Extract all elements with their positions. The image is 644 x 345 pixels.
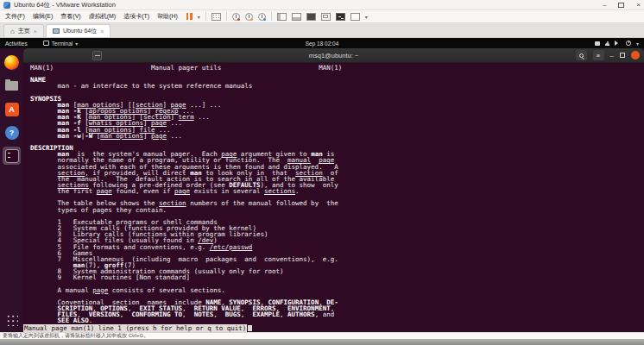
app-menu-caret-icon: ▾ bbox=[75, 41, 78, 47]
vm-screen-icon bbox=[53, 28, 60, 34]
dock-item-software[interactable]: A bbox=[3, 100, 21, 118]
terminal-minimize-button[interactable]: – bbox=[610, 52, 614, 60]
accessibility-icon[interactable] bbox=[605, 41, 609, 46]
terminal-cursor bbox=[248, 325, 252, 331]
menu-button[interactable]: ≡ bbox=[593, 50, 604, 60]
dock: A? bbox=[0, 48, 23, 332]
vmware-toolbar: ▾ ▾ bbox=[186, 12, 368, 21]
home-icon: ⌂ bbox=[10, 28, 15, 35]
toolbar-separator bbox=[271, 12, 272, 21]
gnome-top-bar: Sep 18 02:04 Activities Terminal ▾ ▾ bbox=[0, 38, 644, 48]
menu-item-2[interactable]: 查看(V) bbox=[60, 12, 80, 21]
pager-status-text: Manual page man(1) line 1 (press h for h… bbox=[23, 324, 247, 332]
pager-status-line: Manual page man(1) line 1 (press h for h… bbox=[23, 325, 252, 332]
tab-strip: ⌂主页×Ubuntu 64位× bbox=[0, 23, 644, 38]
console-view-button[interactable] bbox=[306, 13, 316, 21]
terminal-headerbar[interactable]: msq1@ubuntu: ~ ≡ – bbox=[23, 48, 644, 63]
toolbar-separator bbox=[226, 12, 227, 21]
window-close-button[interactable]: × bbox=[636, 1, 641, 9]
terminal-body[interactable]: MAN(1) Manual pager utils MAN(1) NAME ma… bbox=[23, 63, 644, 332]
app-menu-label: Terminal bbox=[52, 41, 73, 47]
menu-item-5[interactable]: 帮助(H) bbox=[157, 12, 178, 21]
tab-close-icon[interactable]: × bbox=[100, 28, 104, 34]
manage-snapshots-button[interactable] bbox=[258, 13, 266, 21]
tab-label: Ubuntu 64位 bbox=[63, 27, 97, 35]
fit-guest-button[interactable] bbox=[350, 13, 360, 21]
new-tab-button[interactable] bbox=[92, 51, 102, 60]
terminal-app-icon bbox=[43, 41, 49, 46]
menu-items: 文件(F)编辑(E)查看(V)虚拟机(M)选项卡(T)帮助(H) bbox=[5, 12, 178, 21]
show-thumbnail-bar-button[interactable] bbox=[292, 13, 301, 21]
tab-ubuntu-64[interactable]: Ubuntu 64位× bbox=[46, 24, 110, 37]
menu-item-0[interactable]: 文件(F) bbox=[5, 12, 25, 21]
hamburger-icon: ≡ bbox=[597, 52, 600, 60]
vmware-titlebar: Ubuntu 64位 - VMware Workstation – × bbox=[0, 0, 644, 10]
dock-item-firefox[interactable] bbox=[3, 53, 21, 72]
tab-label: 主页 bbox=[18, 27, 30, 35]
terminal-app-icon bbox=[5, 149, 19, 163]
dock-item-show-apps[interactable] bbox=[3, 310, 21, 329]
vmware-logo-icon bbox=[3, 2, 10, 9]
power-dropdown-icon[interactable]: ▾ bbox=[198, 14, 200, 20]
send-ctrl-alt-del-button[interactable] bbox=[212, 13, 221, 21]
terminal-output[interactable]: MAN(1) Manual pager utils MAN(1) NAME ma… bbox=[23, 63, 644, 324]
terminal-title: msq1@ubuntu: ~ bbox=[23, 52, 644, 60]
help-icon: ? bbox=[5, 126, 19, 140]
show-library-button[interactable] bbox=[277, 13, 287, 21]
revert-snapshot-button[interactable] bbox=[245, 13, 253, 21]
dock-item-files[interactable] bbox=[3, 77, 21, 95]
host-desktop-strip bbox=[0, 339, 644, 345]
terminal-maximize-button[interactable] bbox=[620, 53, 625, 58]
vmware-statusbar: 要将输入定向到该虚拟机，请将鼠标指针移入其中或按 Ctrl+G。 bbox=[0, 332, 644, 339]
tab-home[interactable]: ⌂主页× bbox=[3, 24, 44, 37]
vmware-window: Ubuntu 64位 - VMware Workstation – × 文件(F… bbox=[0, 0, 644, 345]
show-apps-icon bbox=[5, 313, 18, 326]
activities-button[interactable]: Activities bbox=[5, 41, 28, 47]
fullscreen-button[interactable] bbox=[321, 13, 331, 21]
software-icon: A bbox=[5, 103, 19, 116]
fit-guest-dropdown-icon[interactable]: ▾ bbox=[365, 14, 368, 20]
window-title: Ubuntu 64位 - VMware Workstation bbox=[14, 1, 116, 9]
guest-screen: Sep 18 02:04 Activities Terminal ▾ ▾ A? … bbox=[0, 38, 644, 332]
dock-item-terminal-app[interactable] bbox=[3, 147, 21, 165]
firefox-icon bbox=[4, 55, 19, 70]
input-source-icon[interactable] bbox=[595, 41, 600, 46]
app-menu[interactable]: Terminal ▾ bbox=[43, 41, 79, 47]
window-minimize-button[interactable]: – bbox=[603, 1, 606, 9]
tab-close-icon[interactable]: × bbox=[34, 28, 37, 34]
menu-item-3[interactable]: 虚拟机(M) bbox=[89, 12, 117, 21]
window-maximize-button[interactable] bbox=[618, 3, 624, 8]
menu-item-1[interactable]: 编辑(E) bbox=[33, 12, 53, 21]
dock-item-help[interactable]: ? bbox=[3, 123, 21, 141]
power-pause-button[interactable] bbox=[186, 13, 193, 20]
vmware-menubar: 文件(F)编辑(E)查看(V)虚拟机(M)选项卡(T)帮助(H) ▾ ▾ bbox=[0, 10, 644, 23]
power-icon[interactable] bbox=[626, 41, 631, 46]
menu-item-4[interactable]: 选项卡(T) bbox=[123, 12, 149, 21]
statusbar-message: 要将输入定向到该虚拟机，请将鼠标指针移入其中或按 Ctrl+G。 bbox=[3, 332, 148, 340]
files-icon bbox=[5, 81, 18, 91]
search-icon bbox=[579, 53, 584, 58]
terminal-window: msq1@ubuntu: ~ ≡ – MAN(1) Manual pager u… bbox=[23, 48, 644, 332]
terminal-close-button[interactable] bbox=[631, 51, 640, 60]
volume-icon[interactable] bbox=[615, 41, 621, 46]
take-snapshot-button[interactable] bbox=[232, 13, 240, 21]
open-console-button[interactable] bbox=[336, 13, 345, 21]
system-menu-caret-icon[interactable]: ▾ bbox=[636, 41, 639, 47]
clock[interactable]: Sep 18 02:04 bbox=[0, 41, 644, 47]
search-button[interactable] bbox=[576, 50, 587, 60]
toolbar-separator bbox=[205, 12, 206, 21]
